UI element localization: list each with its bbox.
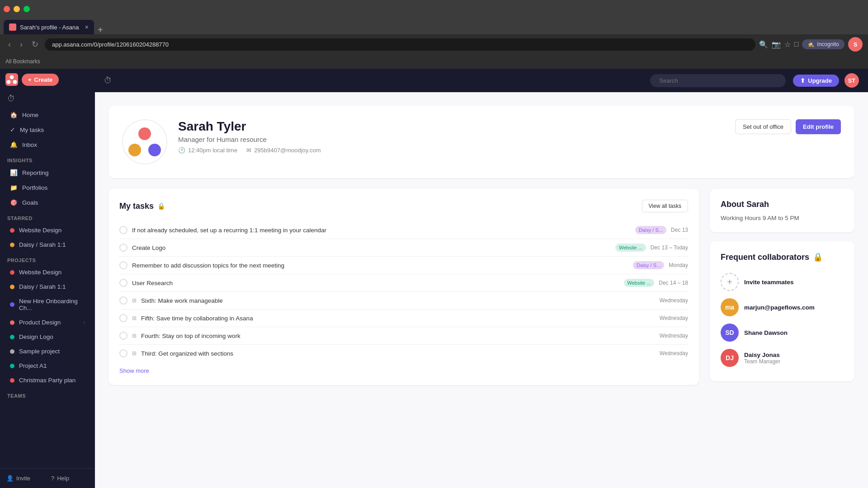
about-working-hours: Working Hours 9 AM to 5 PM — [721, 215, 844, 221]
task-checkbox[interactable] — [119, 296, 127, 305]
create-label: Create — [34, 76, 52, 83]
sidebar-item-christmas-party[interactable]: Christmas Party plan — [3, 373, 92, 387]
back-button[interactable]: ‹ — [5, 38, 14, 51]
website-design-dot — [10, 228, 14, 233]
sidebar-item-my-tasks[interactable]: ✓ My tasks — [3, 122, 92, 137]
invite-collaborator-item[interactable]: + Invite teammates — [721, 269, 844, 295]
sidebar-item-portfolios[interactable]: 📁 Portfolios — [3, 180, 92, 195]
show-more-link[interactable]: Show more — [119, 362, 688, 374]
window-maximize-button[interactable] — [24, 6, 30, 12]
sidebar-item-new-hire[interactable]: New Hire Onboarding Ch... — [3, 294, 92, 315]
app-container: + Create ⏱ 🏠 Home ✓ My tasks 🔔 Inbox Ins… — [0, 69, 868, 488]
forward-button[interactable]: › — [17, 38, 25, 51]
set-out-of-office-button[interactable]: Set out of office — [735, 119, 791, 134]
task-text: Fifth: Save time by collaborating in Asa… — [141, 315, 655, 322]
task-item: ⊞ Third: Get organized with sections Wed… — [119, 345, 688, 362]
invite-label: Invite — [16, 475, 30, 482]
task-text: Remember to add discussion topics for th… — [132, 262, 628, 269]
new-tab-button[interactable]: + — [98, 25, 103, 34]
task-checkbox[interactable] — [119, 332, 127, 340]
sidebar-item-reporting[interactable]: 📊 Reporting — [3, 165, 92, 180]
sidebar-item-daisy-sarah-label: Daisy / Sarah 1:1 — [19, 283, 66, 290]
content-columns: My tasks 🔒 View all tasks If not already… — [108, 189, 854, 385]
edit-profile-button[interactable]: Edit profile — [796, 119, 841, 134]
view-all-tasks-button[interactable]: View all tasks — [642, 200, 688, 212]
help-icon: ? — [51, 475, 54, 482]
topbar-history-icon[interactable]: ⏱ — [104, 76, 112, 85]
task-date: Dec 14 – 18 — [659, 280, 688, 286]
profile-local-time: 12:40pm local time — [188, 147, 237, 154]
invite-teammates-icon[interactable]: + — [721, 273, 739, 291]
bookmarks-label: All Bookmarks — [5, 58, 40, 65]
sidebar-item-website-design-starred[interactable]: Website Design — [3, 223, 92, 237]
invite-button[interactable]: 👤 Invite — [4, 472, 47, 484]
sidebar-item-website-design[interactable]: Website Design — [3, 265, 92, 279]
task-text: Create Logo — [132, 244, 611, 251]
upgrade-button[interactable]: ⬆ Upgrade — [793, 75, 839, 87]
sidebar-item-home[interactable]: 🏠 Home — [3, 108, 92, 122]
extensions-icon[interactable]: □ — [794, 40, 799, 48]
search-input[interactable] — [650, 74, 786, 87]
search-icon[interactable]: 🔍 — [759, 40, 768, 49]
sidebar-item-daisy-sarah-starred-label: Daisy / Sarah 1:1 — [19, 241, 66, 248]
task-checkbox[interactable] — [119, 244, 127, 252]
screenshot-icon[interactable]: 📷 — [772, 40, 781, 49]
incognito-button[interactable]: 🕵 Incognito — [802, 39, 844, 49]
help-label: Help — [57, 475, 69, 482]
sidebar-item-inbox[interactable]: 🔔 Inbox — [3, 137, 92, 152]
task-checkbox[interactable] — [119, 314, 127, 322]
asana-logo-icon — [5, 73, 18, 86]
topbar-right: ⬆ Upgrade ST — [793, 73, 859, 88]
collaborator-item-daisy: DJ Daisy Jonas Team Manager — [721, 345, 844, 371]
sidebar-item-daisy-sarah[interactable]: Daisy / Sarah 1:1 — [3, 280, 92, 294]
task-date: Wednesday — [660, 297, 688, 304]
right-sidebar: About Sarah Working Hours 9 AM to 5 PM F… — [710, 189, 854, 381]
sidebar-item-product-design[interactable]: Product Design › — [3, 315, 92, 329]
task-checkbox[interactable] — [119, 279, 127, 287]
sidebar-item-design-logo[interactable]: Design Logo — [3, 330, 92, 344]
daisy-sarah-dot — [10, 243, 14, 247]
tasks-icon: ✓ — [10, 126, 15, 133]
tab-close-button[interactable]: × — [85, 23, 89, 31]
collaborator-avatar-daisy: DJ — [721, 349, 739, 367]
svg-point-5 — [148, 144, 161, 156]
window-close-button[interactable] — [4, 6, 10, 12]
collaborators-title: Frequent collaborators 🔒 — [721, 252, 844, 262]
inbox-icon: 🔔 — [10, 141, 18, 148]
collaborator-info-marjun: marjun@pageflows.com — [744, 304, 844, 311]
starred-section-label: Starred — [0, 210, 95, 223]
browser-profile-avatar[interactable]: S — [848, 37, 863, 52]
create-button[interactable]: + Create — [22, 74, 59, 86]
task-checkbox[interactable] — [119, 226, 127, 234]
sidebar-bottom: 👤 Invite ? Help — [0, 468, 95, 488]
collaborator-item-marjun: ma marjun@pageflows.com — [721, 295, 844, 320]
browser-toolbar: ‹ › ↻ 🔍 📷 ☆ □ 🕵 Incognito S — [0, 34, 868, 54]
task-checkbox[interactable] — [119, 261, 127, 269]
product-design-dot — [10, 320, 14, 325]
collaborator-name-shane: Shane Dawson — [744, 329, 844, 336]
tab-title: Sarah's profile - Asana — [20, 24, 81, 31]
create-plus-icon: + — [28, 76, 32, 83]
sidebar-item-daisy-sarah-starred[interactable]: Daisy / Sarah 1:1 — [3, 238, 92, 252]
subtask-icon: ⊞ — [132, 333, 137, 339]
address-bar[interactable] — [45, 38, 755, 51]
sidebar-item-goals[interactable]: 🎯 Goals — [3, 195, 92, 210]
sidebar-header: + Create — [0, 69, 95, 90]
history-icon[interactable]: ⏱ — [7, 94, 15, 103]
sidebar-item-project-a1[interactable]: Project A1 — [3, 359, 92, 373]
user-avatar[interactable]: ST — [844, 73, 859, 88]
bookmark-icon[interactable]: ☆ — [784, 40, 791, 49]
email-icon: ✉ — [246, 147, 251, 154]
refresh-button[interactable]: ↻ — [29, 38, 41, 51]
task-item: ⊞ Sixth: Make work manageable Wednesday — [119, 292, 688, 310]
task-checkbox[interactable] — [119, 349, 127, 357]
help-button[interactable]: ? Help — [48, 472, 91, 484]
window-minimize-button[interactable] — [14, 6, 20, 12]
incognito-icon: 🕵 — [807, 41, 814, 47]
sidebar-item-sample-project[interactable]: Sample project — [3, 344, 92, 358]
reporting-icon: 📊 — [10, 169, 18, 176]
active-tab[interactable]: Sarah's profile - Asana × — [4, 20, 94, 34]
about-card: About Sarah Working Hours 9 AM to 5 PM — [710, 189, 854, 232]
profile-actions: Set out of office Edit profile — [735, 119, 841, 134]
profile-name: Sarah Tyler — [178, 119, 724, 134]
